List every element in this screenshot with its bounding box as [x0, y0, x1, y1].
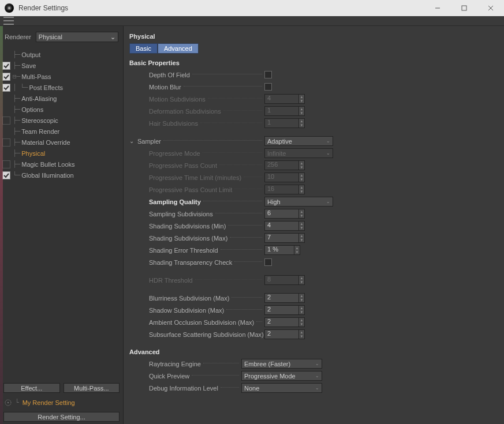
chevron-down-icon: ⌄ — [326, 151, 330, 156]
shading-err-field[interactable]: 1 % — [264, 245, 294, 255]
chevron-down-icon: ⌄ — [315, 385, 319, 391]
tree-item-magic-bullet-looks[interactable]: ├─Magic Bullet Looks — [2, 159, 123, 170]
sampling-subdiv-field[interactable]: 6 — [264, 209, 299, 219]
motion-blur-checkbox[interactable] — [264, 83, 272, 91]
minimize-button[interactable] — [424, 0, 451, 16]
tree-line: ├─ — [13, 51, 20, 58]
renderer-dropdown[interactable]: Physical ⌄ — [36, 32, 118, 42]
hdr-field: 8 — [264, 275, 299, 285]
prog-limit-label: Progressive Pass Count Limit — [149, 186, 232, 193]
ao-subdiv-stepper[interactable]: ▲▼ — [299, 317, 305, 327]
prog-time-label: Progressive Time Limit (minutes) — [149, 174, 241, 181]
svg-point-1 — [8, 7, 10, 9]
effect-button[interactable]: Effect... — [3, 383, 60, 393]
tree-item-label: Physical — [20, 150, 45, 157]
window-title: Render Settings — [18, 4, 424, 12]
sss-subdiv-stepper[interactable]: ▲▼ — [299, 329, 305, 339]
shading-min-field[interactable]: 4 — [264, 221, 299, 231]
maximize-button[interactable] — [451, 0, 477, 16]
shading-trans-checkbox[interactable] — [264, 258, 272, 266]
debug-select[interactable]: None⌄ — [241, 383, 322, 393]
chevron-down-icon: ⌄ — [326, 138, 330, 144]
ao-subdiv-field[interactable]: 2 — [264, 317, 299, 327]
prog-limit-field: 16 — [264, 185, 299, 194]
tree-checkbox[interactable] — [2, 84, 10, 92]
sampler-select[interactable]: Adaptive⌄ — [264, 136, 333, 146]
menu-bar — [0, 16, 504, 26]
shadow-subdiv-label: Shadow Subdivision (Max) — [149, 307, 224, 314]
properties-panel: Physical Basic Advanced Basic Properties… — [124, 26, 504, 424]
tree-checkbox[interactable] — [2, 117, 10, 125]
shading-min-stepper[interactable]: ▲▼ — [299, 221, 305, 231]
tree-item-physical[interactable]: ├─Physical — [2, 148, 123, 159]
tree-item-global-illumination[interactable]: └─Global Illumination — [2, 170, 123, 181]
multipass-button[interactable]: Multi-Pass... — [64, 383, 120, 393]
debug-label: Debug Information Level — [149, 385, 218, 392]
tree-item-post-effects[interactable]: │ └─Post Effects — [2, 82, 123, 93]
sss-subdiv-field[interactable]: 2 — [264, 329, 299, 339]
advanced-header: Advanced — [124, 346, 504, 358]
deform-subdiv-field: 1 — [264, 106, 299, 116]
tree-line: │ └─ — [13, 84, 28, 91]
shading-max-field[interactable]: 7 — [264, 233, 299, 243]
tab-basic[interactable]: Basic — [129, 43, 158, 54]
chevron-down-icon: ⌄ — [110, 33, 115, 41]
motion-subdiv-field: 4 — [264, 94, 299, 104]
tree-checkbox[interactable] — [2, 138, 10, 147]
tree-item-multi-pass[interactable]: ⊟─Multi-Pass — [2, 71, 123, 82]
tree-item-material-override[interactable]: ├─Material Override — [2, 137, 123, 148]
blur-subdiv-field[interactable]: 2 — [264, 293, 299, 303]
shading-max-stepper[interactable]: ▲▼ — [299, 233, 305, 243]
shading-min-label: Shading Subdivisions (Min) — [149, 223, 226, 230]
sampling-subdiv-stepper[interactable]: ▲▼ — [299, 209, 305, 219]
shading-err-label: Shading Error Threshold — [149, 247, 218, 254]
close-button[interactable] — [477, 0, 504, 16]
shading-trans-label: Shading Transparency Check — [149, 259, 232, 266]
tree-checkbox[interactable] — [2, 160, 10, 168]
prog-mode-label: Progressive Mode — [149, 150, 200, 157]
tree-item-stereoscopic[interactable]: ├─Stereoscopic — [2, 115, 123, 126]
hamburger-icon[interactable] — [3, 17, 14, 25]
tree-item-label: Anti-Aliasing — [20, 95, 57, 102]
target-icon — [5, 399, 12, 406]
sss-subdiv-label: Subsurface Scattering Subdivision (Max) — [149, 331, 264, 338]
deform-subdiv-label: Deformation Subdivisions — [149, 108, 221, 115]
tree-item-label: Global Illumination — [20, 172, 74, 179]
sampling-quality-select[interactable]: High⌄ — [264, 197, 333, 207]
svg-rect-3 — [462, 6, 466, 10]
tree-item-output[interactable]: ├─Output — [2, 49, 123, 60]
tree-checkbox[interactable] — [2, 62, 10, 70]
tree-item-options[interactable]: ├─Options — [2, 104, 123, 115]
tree-line: ├─ — [13, 160, 20, 168]
renderer-value: Physical — [39, 33, 62, 40]
app-icon — [5, 3, 14, 13]
my-render-setting-label: My Render Setting — [23, 399, 75, 406]
shading-err-stepper[interactable]: ▲▼ — [294, 245, 300, 255]
motion-subdiv-label: Motion Subdivisions — [149, 96, 206, 103]
tree-line: └─ — [13, 171, 20, 179]
dof-checkbox[interactable] — [264, 71, 272, 78]
shadow-subdiv-stepper[interactable]: ▲▼ — [299, 305, 305, 315]
my-render-setting[interactable]: └ My Render Setting — [0, 395, 123, 410]
tree-item-label: Save — [20, 62, 36, 69]
tree-item-label: Post Effects — [28, 84, 64, 91]
sampler-collapse-icon[interactable]: ⌄ — [129, 138, 137, 144]
tree-checkbox[interactable] — [2, 73, 10, 81]
tree-item-label: Team Render — [20, 128, 59, 135]
shadow-subdiv-field[interactable]: 2 — [264, 305, 299, 315]
tree-item-save[interactable]: ├─Save — [2, 60, 123, 71]
rtengine-select[interactable]: Embree (Faster)⌄ — [241, 359, 322, 369]
tree-line: ├─ — [13, 127, 20, 135]
tab-advanced[interactable]: Advanced — [158, 43, 199, 54]
hair-subdiv-field: 1 — [264, 118, 299, 128]
tree-item-label: Options — [20, 106, 43, 113]
qpreview-select[interactable]: Progressive Mode⌄ — [241, 371, 322, 381]
tree-item-team-render[interactable]: ├─Team Render — [2, 126, 123, 137]
tree-item-anti-aliasing[interactable]: ├─Anti-Aliasing — [2, 93, 123, 104]
render-setting-button[interactable]: Render Setting... — [3, 412, 120, 422]
tree-checkbox[interactable] — [2, 171, 10, 179]
settings-tree: ├─Output├─Save⊟─Multi-Pass│ └─Post Effec… — [0, 47, 123, 381]
renderer-label: Renderer — [5, 33, 31, 40]
blur-subdiv-stepper[interactable]: ▲▼ — [299, 293, 305, 303]
tree-item-label: Magic Bullet Looks — [20, 161, 74, 168]
